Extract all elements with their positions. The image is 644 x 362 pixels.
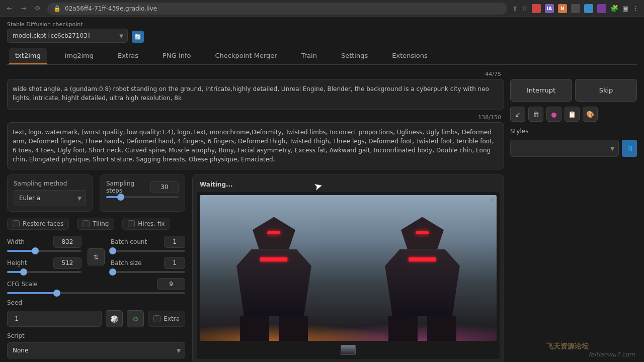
tab-pnginfo[interactable]: PNG Info [156,48,197,64]
tiling-checkbox[interactable]: Tiling [77,218,114,230]
cfg-label: CFG Scale [7,281,152,288]
swap-dimensions-button[interactable]: ⇅ [88,248,105,265]
checkpoint-refresh-button[interactable]: 🔄 [132,31,144,43]
lock-icon: 🔒 [53,5,61,12]
tab-checkpoint-merger[interactable]: Checkpoint Merger [209,48,283,64]
seed-label: Seed [7,299,185,306]
batch-count-slider[interactable] [111,250,185,252]
width-label: Width [7,238,48,245]
script-label: Script [7,332,185,339]
batch-size-slider[interactable] [111,271,185,273]
interrupt-button[interactable]: Interrupt [510,79,572,102]
chevron-down-icon: ▼ [119,33,123,39]
clipboard-icon[interactable]: 📋 [565,107,580,122]
main-tabs: txt2img img2img Extras PNG Info Checkpoi… [7,48,637,65]
checkpoint-select[interactable]: model.ckpt [cc6cb27103] ▼ [7,29,128,43]
style-create-icon[interactable]: ● [546,107,561,122]
sampling-steps-label: Sampling steps [106,180,145,194]
nav-reload-icon[interactable]: ⟳ [33,4,42,13]
width-slider[interactable] [7,250,82,252]
watermark-text: feitianwu7.com [589,351,635,358]
chevron-down-icon: ▼ [177,348,181,353]
ext-icon-1[interactable] [532,4,541,13]
output-image[interactable] [200,195,497,341]
checkpoint-label: Stable Diffusion checkpoint [7,21,128,28]
sampling-method-label: Sampling method [14,180,86,187]
seed-extra-checkbox[interactable]: Extra [148,311,185,327]
styles-apply-button[interactable]: 📘 [622,140,637,157]
star-icon[interactable]: ☆ [522,5,528,12]
seed-input[interactable] [7,311,102,327]
width-input[interactable] [53,236,82,248]
cfg-input[interactable] [157,278,185,290]
tab-extensions[interactable]: Extensions [386,48,434,64]
address-bar[interactable]: 🔒 02a56ff4-71ff-439e.gradio.live [47,3,507,15]
tab-extras[interactable]: Extras [112,48,144,64]
seed-reuse-button[interactable]: ♻ [127,310,144,327]
share-icon[interactable]: ⇧ [512,5,518,12]
arrow-icon[interactable]: ↙ [510,107,525,122]
extensions-icon[interactable]: 🧩 [610,5,618,12]
batch-size-label: Batch size [111,259,159,266]
height-label: Height [7,259,48,266]
menu-icon[interactable]: ⋮ [632,5,639,12]
hires-fix-checkbox[interactable]: Hires. fix [122,218,170,230]
ext-icon-6[interactable] [597,4,606,13]
output-status: Waiting... [197,179,500,192]
ext-icon-2[interactable]: IA [545,4,554,13]
cfg-slider[interactable] [7,292,185,294]
ext-icon-3[interactable]: N [558,4,567,13]
tab-settings[interactable]: Settings [335,48,374,64]
close-icon[interactable]: ✕ [490,196,496,204]
prompt-input[interactable]: wide shot angle, a (gundam:0.8) robot st… [7,79,504,110]
restore-faces-checkbox[interactable]: Restore faces [7,218,69,230]
sampling-steps-slider[interactable] [106,196,179,198]
height-input[interactable] [53,257,82,269]
prompt-counter: 44/75 [485,71,501,77]
sampling-steps-input[interactable] [150,181,179,193]
tab-txt2img[interactable]: txt2img [9,48,47,64]
skip-button[interactable]: Skip [575,79,637,102]
batch-count-input[interactable] [164,236,185,248]
tab-train[interactable]: Train [295,48,323,64]
nav-forward-icon[interactable]: → [19,4,28,13]
palette-icon[interactable]: 🎨 [583,107,598,122]
ext-icon-5[interactable] [584,4,593,13]
watermark-text: 飞天资源论坛 [546,342,589,351]
tab-img2img[interactable]: img2img [59,48,100,64]
chevron-down-icon: ▼ [610,146,614,151]
styles-select[interactable]: ▼ [510,140,619,157]
script-select[interactable]: None ▼ [7,342,185,358]
sampling-method-select[interactable]: Euler a ▼ [14,190,86,206]
negative-prompt-input[interactable]: text, logo, watermark, (worst quality, l… [7,122,504,169]
seed-random-button[interactable]: 🎲 [106,310,123,327]
batch-size-input[interactable] [164,257,185,269]
styles-label: Styles [510,128,619,135]
neg-prompt-counter: 138/150 [478,114,501,121]
url-text: 02a56ff4-71ff-439e.gradio.live [65,5,157,12]
chevron-down-icon: ▼ [77,196,82,201]
panel-icon[interactable]: ▣ [622,5,628,12]
trash-icon[interactable]: 🗑 [528,107,543,122]
batch-count-label: Batch count [111,238,159,245]
height-slider[interactable] [7,271,82,273]
ext-icon-4[interactable] [571,4,580,13]
nav-back-icon[interactable]: ← [5,4,14,13]
output-thumbnail[interactable] [341,345,356,355]
